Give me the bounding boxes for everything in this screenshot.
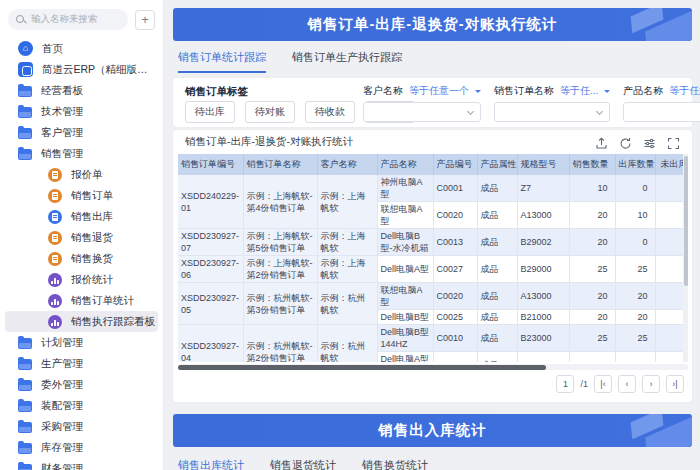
table-row[interactable]: XSDD230927-07示例：上海帆软-第5份销售订单示例：上海帆软Dell电… — [178, 229, 688, 256]
caret-down-icon[interactable] — [475, 90, 481, 96]
order-tag-button[interactable]: 待出库 — [185, 101, 235, 123]
search-input[interactable]: 输入名称来搜索 — [8, 9, 128, 30]
filter-dropdowns: 客户名称等于任意一个销售订单名称等于任...产品名称等于任意一个 — [363, 84, 682, 122]
cell-order-name: 示例：上海帆软-第4份销售订单 — [243, 175, 317, 229]
sidebar-item[interactable]: 客户管理 — [5, 122, 158, 143]
export-icon[interactable] — [595, 136, 608, 149]
pagination: 1/1|‹‹››| — [556, 375, 684, 393]
page-total: /1 — [580, 379, 588, 389]
table-row[interactable]: XSDD230927-05示例：杭州帆软-第3份销售订单示例：杭州帆软联想电脑A… — [178, 283, 688, 310]
sidebar-item[interactable]: 销售订单 — [5, 185, 158, 206]
cell-product-code: C0020 — [433, 283, 477, 310]
fullscreen-icon[interactable] — [667, 136, 680, 149]
filter-label: 销售订单名称 — [494, 84, 554, 98]
sidebar-item[interactable]: 采购管理 — [5, 416, 158, 437]
filter-operator-link[interactable]: 等于任意一个 — [669, 84, 700, 98]
tab-销售退货统计[interactable]: 销售退货统计 — [270, 458, 336, 470]
cell-customer: 示例：上海帆软 — [317, 256, 377, 283]
cell-sale-qty: 25 — [569, 256, 615, 283]
order-tag-button[interactable]: 待对账 — [245, 101, 295, 123]
main-content: 销售订单-出库-退换货-对账执行统计 销售订单统计跟踪销售订单生产执行跟踪 销售… — [173, 0, 692, 470]
cell-order-name: 示例：杭州帆软-第3份销售订单 — [243, 283, 317, 325]
filter-select[interactable] — [494, 102, 610, 122]
cell-sale-qty: 20 — [569, 229, 615, 256]
sidebar-item[interactable]: 财务管理 — [5, 458, 158, 470]
cell-out-qty: 10 — [615, 202, 655, 229]
tab-销售出库统计[interactable]: 销售出库统计 — [178, 458, 244, 470]
chevron-down-icon — [596, 108, 603, 115]
page-number-box[interactable]: 1 — [556, 375, 574, 393]
sidebar-item[interactable]: 技术管理 — [5, 101, 158, 122]
refresh-icon[interactable] — [619, 136, 632, 149]
tab-销售订单统计跟踪[interactable]: 销售订单统计跟踪 — [178, 50, 266, 73]
filter-group: 产品名称等于任意一个 — [623, 84, 700, 122]
sidebar-item[interactable]: 计划管理 — [5, 332, 158, 353]
table-toolbar — [595, 136, 680, 149]
sidebar-item-label: 技术管理 — [41, 105, 83, 119]
filter-label: 产品名称 — [623, 84, 663, 98]
app-icon — [18, 62, 33, 77]
column-header: 产品属性 — [477, 154, 517, 175]
add-button[interactable]: + — [135, 10, 155, 30]
filter-operator-link[interactable]: 等于任... — [560, 84, 598, 98]
sidebar-item-label: 简道云ERP（精细版-离散MTO）「... — [42, 63, 150, 77]
table-vertical-scrollbar[interactable] — [683, 154, 688, 362]
sidebar-item-label: 销售出库 — [71, 210, 113, 224]
cell-product-code: C0013 — [433, 229, 477, 256]
table-row[interactable]: XSDD230927-06示例：上海帆软-第2份销售订单示例：上海帆软Dell电… — [178, 256, 688, 283]
filter-select[interactable] — [623, 102, 700, 122]
tab-销售订单生产执行跟踪[interactable]: 销售订单生产执行跟踪 — [292, 50, 402, 73]
sidebar-item[interactable]: 销售换货 — [5, 248, 158, 269]
tab-销售换货统计[interactable]: 销售换货统计 — [362, 458, 428, 470]
caret-down-icon[interactable] — [604, 90, 610, 96]
filter-icon[interactable] — [643, 136, 656, 149]
last-page-icon[interactable]: ›| — [666, 375, 684, 393]
sidebar-item[interactable]: 简道云ERP（精细版-离散MTO）「... — [5, 59, 158, 80]
column-header: 客户名称 — [317, 154, 377, 175]
table-horizontal-scrollbar[interactable] — [178, 364, 688, 370]
cell-customer: 示例：杭州帆软 — [317, 325, 377, 363]
sidebar-item[interactable]: 报价统计 — [5, 269, 158, 290]
sidebar-item[interactable]: 销售执行跟踪看板 — [5, 311, 158, 332]
sidebar-item[interactable]: 委外管理 — [5, 374, 158, 395]
next-page-icon[interactable]: › — [642, 375, 660, 393]
cell-spec: B21000 — [517, 310, 569, 325]
cell-spec: A13000 — [517, 283, 569, 310]
filter-group-header: 产品名称等于任意一个 — [623, 84, 700, 98]
sidebar-item[interactable]: 销售退货 — [5, 227, 158, 248]
first-page-icon[interactable]: |‹ — [594, 375, 612, 393]
folder-icon — [18, 359, 32, 370]
table-row[interactable]: XSDD240229-01示例：上海帆软-第4份销售订单示例：上海帆软神州电脑A… — [178, 175, 688, 202]
cell-order-name: 示例：杭州帆软-第2份销售订单 — [243, 325, 317, 363]
order-tag-label: 销售订单标签 — [185, 85, 248, 99]
table-row[interactable]: XSDD230927-04示例：杭州帆软-第2份销售订单示例：杭州帆软Dell电… — [178, 325, 688, 352]
cell-spec: A23000 — [517, 352, 569, 363]
cell-product-attr: 成品 — [477, 202, 517, 229]
prev-page-icon[interactable]: ‹ — [618, 375, 636, 393]
sidebar-item[interactable]: 库存管理 — [5, 437, 158, 458]
sidebar-item[interactable]: 报价单 — [5, 164, 158, 185]
folder-icon — [18, 338, 32, 349]
order-tag-button[interactable]: 待收款 — [305, 101, 355, 123]
cell-sale-qty: 25 — [569, 352, 615, 363]
sidebar-item[interactable]: 经营看板 — [5, 80, 158, 101]
chart-icon — [48, 294, 62, 308]
sidebar-item[interactable]: 销售管理 — [5, 143, 158, 164]
cell-product-name: Dell电脑B型-水冷机箱 — [377, 229, 433, 256]
cell-out-qty: 20 — [615, 283, 655, 310]
sidebar-item[interactable]: ⌂首页 — [5, 38, 158, 59]
filter-label: 客户名称 — [363, 84, 403, 98]
filter-operator-link[interactable]: 等于任意一个 — [409, 84, 469, 98]
filter-group-header: 销售订单名称等于任... — [494, 84, 610, 98]
filter-select[interactable] — [363, 102, 481, 122]
sidebar-item[interactable]: 生产管理 — [5, 353, 158, 374]
sidebar-item-label: 销售执行跟踪看板 — [71, 315, 155, 329]
sidebar-nav: ⌂首页简道云ERP（精细版-离散MTO）「...经营看板技术管理客户管理销售管理… — [0, 34, 163, 470]
folder-icon — [18, 464, 32, 470]
sidebar-item[interactable]: 销售订单统计 — [5, 290, 158, 311]
cell-out-qty: 25 — [615, 352, 655, 363]
sidebar-item[interactable]: 销售出库 — [5, 206, 158, 227]
sidebar-item[interactable]: 装配管理 — [5, 395, 158, 416]
sidebar-item-label: 计划管理 — [41, 336, 83, 350]
cell-sale-qty: 25 — [569, 325, 615, 352]
